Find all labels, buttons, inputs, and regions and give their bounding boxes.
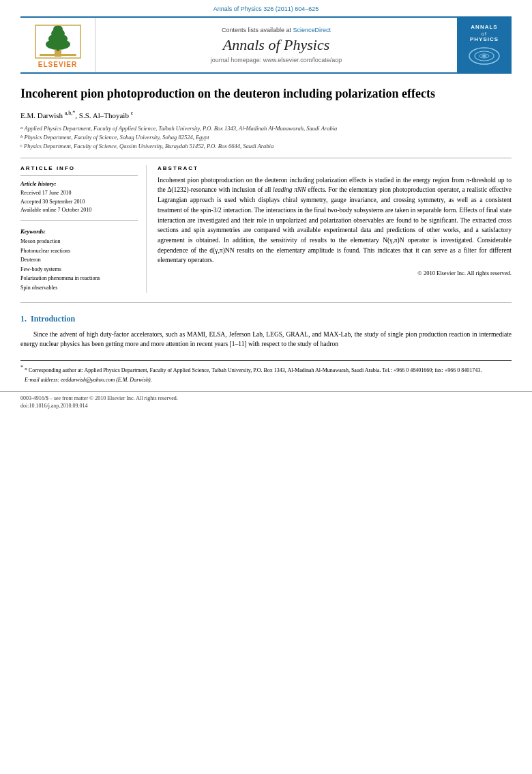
intro-title: 1. Introduction (20, 314, 512, 324)
journal-title: Annals of Physics (223, 36, 329, 54)
affil-text-b: Physics Department, Faculty of Science, … (25, 134, 209, 142)
copyright-line: © 2010 Elsevier Inc. All rights reserved… (158, 270, 512, 276)
page: Annals of Physics 326 (2011) 604–625 ELS… (0, 0, 532, 774)
affil-sup-b: b (20, 134, 23, 142)
journal-header: ELSEVIER Contents lists available at Sci… (20, 16, 512, 74)
footnote-star: * * Corresponding author at: Applied Phy… (20, 364, 512, 375)
keyword-3: Deuteron (20, 255, 138, 265)
authors-line: E.M. Darwish a,b,*, S.S. Al–Thoyaib c (20, 110, 512, 119)
history-available: Available online 7 October 2010 (20, 206, 138, 215)
article-title: Incoherent pion photoproduction on the d… (20, 86, 512, 102)
keywords-label: Keywords: (20, 228, 138, 235)
divider-info-top (20, 175, 138, 176)
abstract-column: ABSTRACT Incoherent pion photoproduction… (158, 165, 512, 293)
affil-line-c: c Physics Department, Faculty of Science… (20, 143, 512, 151)
two-column-section: ARTICLE INFO Article history: Received 1… (20, 165, 512, 293)
affil-sup-c: c (20, 143, 23, 151)
keyword-4: Few-body systems (20, 265, 138, 274)
divider-keywords (20, 220, 138, 221)
bottom-bar: 0003-4916/$ – see front matter © 2010 El… (0, 391, 532, 409)
svg-point-11 (482, 55, 486, 57)
author-sup-a: a,b, (65, 110, 73, 116)
elsevier-brand-text: ELSEVIER (38, 61, 77, 68)
elsevier-tree-icon (34, 24, 82, 59)
annals-logo-text2: of (482, 31, 487, 36)
divider-intro (20, 302, 512, 303)
keyword-2: Photonuclear reactions (20, 246, 138, 256)
history-label: Article history: (20, 180, 138, 187)
journal-center: Contents lists available at ScienceDirec… (95, 18, 457, 72)
sciencedirect-link[interactable]: ScienceDirect (293, 27, 331, 33)
keyword-6: Spin observables (20, 283, 138, 293)
divider-affiliations (20, 158, 512, 158)
svg-point-5 (53, 25, 63, 33)
issn-text: 0003-4916/$ – see front matter © 2010 El… (20, 395, 512, 403)
citation-text: Annals of Physics 326 (2011) 604–625 (213, 5, 319, 12)
keyword-1: Meson production (20, 237, 138, 246)
abstract-heading: ABSTRACT (158, 165, 512, 171)
affil-line-a: a Applied Physics Department, Faculty of… (20, 125, 512, 133)
author-sup-c: c (131, 110, 134, 116)
contents-text: Contents lists available at (222, 27, 291, 33)
footer-rule (20, 360, 512, 361)
annals-physics-logo: ANNALS of PHYSICS (457, 18, 512, 72)
svg-rect-6 (40, 54, 76, 56)
history-accepted: Accepted 30 September 2010 (20, 198, 138, 207)
doi-text: doi:10.1016/j.aop.2010.09.014 (20, 403, 512, 409)
footnote-email: E-mail address: eeddarwish@yahoo.com (E.… (20, 376, 512, 384)
homepage-line: journal homepage: www.elsevier.com/locat… (211, 57, 342, 63)
footnote-star-symbol: * (20, 364, 23, 371)
affiliations: a Applied Physics Department, Faculty of… (20, 125, 512, 151)
citation-bar: Annals of Physics 326 (2011) 604–625 (0, 0, 532, 16)
keyword-5: Polarization phenomena in reactions (20, 274, 138, 283)
intro-text: Since the advent of high duty-factor acc… (20, 330, 512, 349)
annals-logo-text1: ANNALS (471, 24, 497, 31)
sciencedirect-line: Contents lists available at ScienceDirec… (222, 27, 331, 33)
abstract-text: Incoherent pion photoproduction on the d… (158, 175, 512, 266)
affil-sup-a: a (20, 125, 23, 133)
author-star: * (72, 110, 75, 116)
article-info-heading: ARTICLE INFO (20, 165, 138, 171)
annals-logo-text3: PHYSICS (470, 36, 499, 43)
article-body: Incoherent pion photoproduction on the d… (20, 74, 512, 349)
elsevier-logo: ELSEVIER (20, 18, 95, 72)
introduction-section: 1. Introduction Since the advent of high… (20, 314, 512, 349)
affil-text-a: Applied Physics Department, Faculty of A… (25, 125, 338, 133)
history-received: Received 17 June 2010 (20, 189, 138, 198)
affil-text-c: Physics Department, Faculty of Science, … (24, 143, 274, 151)
article-info-column: ARTICLE INFO Article history: Received 1… (20, 165, 147, 293)
annals-swirl-icon (466, 46, 503, 66)
affil-line-b: b Physics Department, Faculty of Science… (20, 134, 512, 142)
